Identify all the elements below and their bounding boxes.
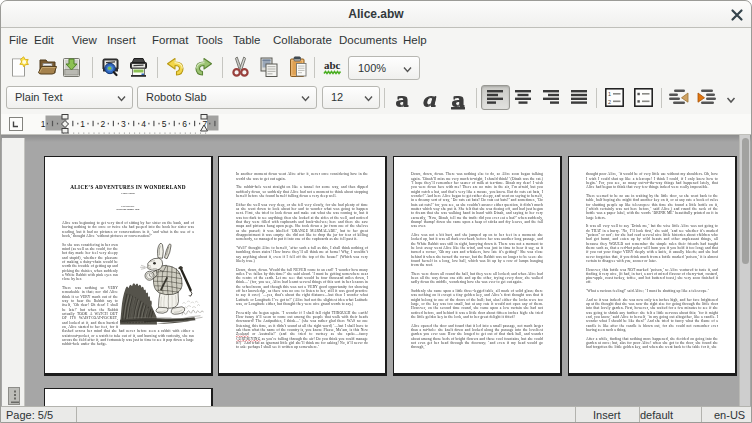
svg-text:abc: abc [324, 59, 341, 71]
svg-text:1: 1 [80, 119, 85, 129]
svg-text:6: 6 [182, 119, 187, 129]
svg-text:1: 1 [608, 91, 611, 97]
svg-text:4: 4 [141, 119, 146, 129]
svg-text:2: 2 [608, 99, 611, 105]
svg-text:2: 2 [101, 119, 106, 129]
svg-text:3: 3 [121, 119, 126, 129]
svg-text:5: 5 [162, 119, 167, 129]
svg-text:1: 1 [41, 119, 46, 129]
